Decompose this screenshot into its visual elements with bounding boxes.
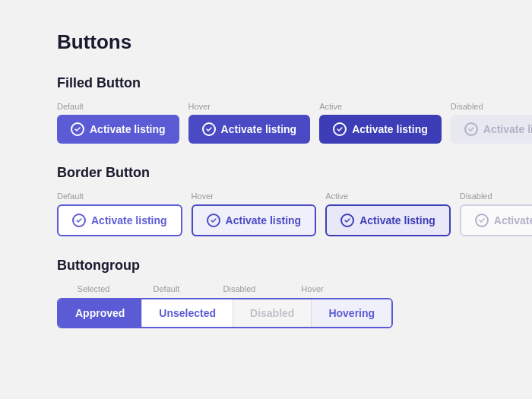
border-hover-text: Activate listing xyxy=(226,214,302,226)
bg-unselected-text: Unselected xyxy=(159,307,216,319)
border-active-col: Active Activate listing xyxy=(325,192,451,236)
bg-disabled-text: Disabled xyxy=(250,307,294,319)
border-hover-col: Hover Activate listing xyxy=(192,192,317,236)
filled-section-title: Filled Button xyxy=(57,75,475,91)
border-hover-button[interactable]: Activate listing xyxy=(192,204,317,236)
border-default-button[interactable]: Activate listing xyxy=(57,204,182,236)
border-disabled-button: Activate listing xyxy=(460,204,532,236)
filled-active-button[interactable]: Activate listing xyxy=(319,115,442,144)
border-button-section: Border Button Default Activate listing H… xyxy=(57,165,475,236)
filled-disabled-button: Activate listing xyxy=(451,115,532,144)
bg-label-hover: Hover xyxy=(276,284,349,293)
filled-active-text: Activate listing xyxy=(352,123,428,135)
page-container: Buttons Filled Button Default Activate l… xyxy=(0,0,532,380)
border-disabled-col: Disabled Activate listing xyxy=(460,192,532,236)
bg-disabled-button: Disabled xyxy=(233,299,311,327)
border-default-text: Activate listing xyxy=(91,214,167,226)
buttongroup-section-title: Buttongroup xyxy=(57,258,475,274)
filled-default-label: Default xyxy=(57,102,179,111)
filled-active-label: Active xyxy=(319,102,442,111)
filled-default-text: Activate listing xyxy=(90,123,166,135)
check-circle-icon xyxy=(340,214,354,227)
border-active-button[interactable]: Activate listing xyxy=(325,204,451,236)
filled-button-row: Default Activate listing Hover xyxy=(57,102,475,144)
filled-active-col: Active Activate listing xyxy=(319,102,442,144)
bg-approved-text: Approved xyxy=(75,307,125,319)
filled-hover-button[interactable]: Activate listing xyxy=(188,115,311,144)
bg-hovering-text: Hovering xyxy=(328,307,375,319)
filled-default-col: Default Activate listing xyxy=(57,102,179,144)
filled-button-section: Filled Button Default Activate listing H… xyxy=(57,75,475,144)
filled-disabled-col: Disabled Activate listing xyxy=(451,102,532,144)
bg-unselected-button[interactable]: Unselected xyxy=(141,299,233,327)
border-section-title: Border Button xyxy=(57,165,475,181)
border-hover-label: Hover xyxy=(192,192,317,201)
bg-label-disabled: Disabled xyxy=(203,284,276,293)
check-circle-icon xyxy=(72,214,86,227)
border-disabled-label: Disabled xyxy=(460,192,532,201)
border-active-text: Activate listing xyxy=(359,214,435,226)
bg-hovering-button[interactable]: Hovering xyxy=(311,299,391,327)
border-button-row: Default Activate listing Hover xyxy=(57,192,475,236)
check-circle-icon xyxy=(333,122,347,136)
bg-label-default: Default xyxy=(130,284,203,293)
page-title: Buttons xyxy=(57,30,475,54)
filled-disabled-label: Disabled xyxy=(451,102,532,111)
check-circle-icon xyxy=(71,122,84,136)
filled-hover-text: Activate listing xyxy=(221,123,297,135)
bg-label-selected: Selected xyxy=(57,284,130,293)
check-circle-icon xyxy=(202,122,216,136)
border-default-col: Default Activate listing xyxy=(57,192,182,236)
check-circle-icon xyxy=(207,214,220,227)
filled-hover-col: Hover Activate listing xyxy=(188,102,311,144)
border-active-label: Active xyxy=(325,192,451,201)
buttongroup-control: Approved Unselected Disabled Hovering xyxy=(57,298,393,328)
border-disabled-text: Activate listing xyxy=(494,214,532,226)
buttongroup-section: Buttongroup Selected Default Disabled Ho… xyxy=(57,258,475,328)
filled-default-button[interactable]: Activate listing xyxy=(57,115,179,144)
border-default-label: Default xyxy=(57,192,182,201)
check-circle-icon xyxy=(475,214,489,227)
filled-disabled-text: Activate listing xyxy=(483,123,532,135)
buttongroup-labels-row: Selected Default Disabled Hover xyxy=(57,284,475,293)
check-circle-icon xyxy=(464,122,478,136)
filled-hover-label: Hover xyxy=(188,102,311,111)
bg-approved-button[interactable]: Approved xyxy=(59,299,141,327)
